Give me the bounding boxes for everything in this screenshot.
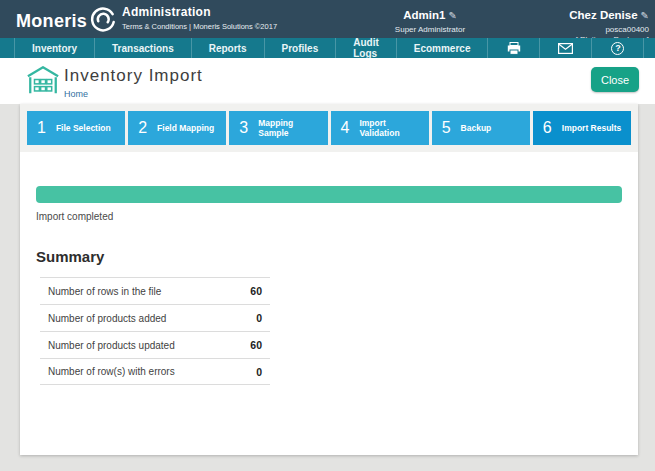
top-bar: Moneris Administration Terms & Condition… bbox=[0, 0, 655, 38]
moneris-swirl-icon bbox=[89, 6, 116, 37]
moneris-logo-text: Moneris bbox=[16, 11, 87, 32]
step-label: Field Mapping bbox=[157, 123, 218, 133]
app-identity: Administration Terms & Conditions | Mone… bbox=[122, 5, 277, 31]
step-label: File Selection bbox=[56, 123, 115, 133]
step-label: Backup bbox=[461, 123, 496, 133]
nav-item-transactions[interactable]: Transactions bbox=[94, 38, 191, 58]
step-number: 4 bbox=[341, 119, 350, 137]
row-value: 60 bbox=[250, 339, 262, 351]
step-label: Import Results bbox=[562, 123, 626, 133]
help-icon[interactable]: ? bbox=[591, 38, 643, 58]
edit-merchant-icon[interactable]: ✎ bbox=[641, 10, 649, 21]
row-value: 60 bbox=[250, 285, 262, 297]
table-row: Number of products updated 60 bbox=[40, 331, 270, 358]
warehouse-icon bbox=[26, 64, 60, 100]
step-tab-file-selection[interactable]: 1 File Selection bbox=[27, 111, 125, 145]
step-tab-mapping-sample[interactable]: 3 Mapping Sample bbox=[229, 111, 327, 145]
app-title: Administration bbox=[122, 5, 277, 19]
step-number: 3 bbox=[239, 119, 248, 137]
nav-item-profiles[interactable]: Profiles bbox=[264, 38, 336, 58]
step-tab-import-validation[interactable]: 4 Import Validation bbox=[331, 111, 429, 145]
import-progress-bar bbox=[36, 186, 622, 203]
edit-user-icon[interactable]: ✎ bbox=[448, 10, 456, 21]
app-subtitle: Terms & Conditions | Moneris Solutions ©… bbox=[122, 22, 277, 31]
page-title: Inventory Import bbox=[64, 66, 203, 86]
nav-icon-group: ? bbox=[487, 38, 655, 58]
row-label: Number of products updated bbox=[48, 340, 175, 351]
table-row: Number of products added 0 bbox=[40, 304, 270, 331]
row-label: Number of row(s) with errors bbox=[48, 366, 175, 377]
merchant-id: posca00400 bbox=[499, 25, 649, 35]
row-value: 0 bbox=[256, 312, 262, 324]
table-row: Number of rows in the file 60 bbox=[40, 277, 270, 304]
summary-heading: Summary bbox=[36, 248, 638, 265]
nav-item-inventory[interactable]: Inventory bbox=[14, 38, 94, 58]
admin-user-name: Admin1 bbox=[403, 9, 445, 21]
breadcrumb-home-link[interactable]: Home bbox=[64, 89, 88, 99]
table-row: Number of row(s) with errors 0 bbox=[40, 358, 270, 385]
step-label: Mapping Sample bbox=[258, 118, 327, 138]
step-tab-field-mapping[interactable]: 2 Field Mapping bbox=[128, 111, 226, 145]
step-number: 2 bbox=[138, 119, 147, 137]
close-button[interactable]: Close bbox=[591, 67, 639, 92]
admin-user-role: Super Administrator bbox=[360, 25, 500, 35]
summary-table: Number of rows in the file 60 Number of … bbox=[40, 277, 270, 385]
step-number: 5 bbox=[442, 119, 451, 137]
progress-fill bbox=[36, 186, 622, 203]
merchant-name: Chez Denise bbox=[569, 9, 637, 21]
row-label: Number of products added bbox=[48, 313, 166, 324]
step-tab-backup[interactable]: 5 Backup bbox=[432, 111, 530, 145]
moneris-logo: Moneris bbox=[16, 6, 116, 37]
nav-item-reports[interactable]: Reports bbox=[191, 38, 264, 58]
row-label: Number of rows in the file bbox=[48, 286, 161, 297]
main-nav: Inventory Transactions Reports Profiles … bbox=[0, 38, 655, 58]
step-tab-import-results[interactable]: 6 Import Results bbox=[533, 111, 631, 145]
content-panel: 1 File Selection 2 Field Mapping 3 Mappi… bbox=[20, 104, 638, 455]
step-label: Import Validation bbox=[359, 118, 428, 138]
wizard-steps: 1 File Selection 2 Field Mapping 3 Mappi… bbox=[20, 104, 638, 152]
nav-item-audit-logs[interactable]: Audit Logs bbox=[335, 38, 396, 58]
keys-icon[interactable] bbox=[643, 38, 655, 58]
inventory-import-screen: Moneris Administration Terms & Condition… bbox=[0, 0, 655, 471]
import-status-text: Import completed bbox=[36, 211, 622, 222]
page-header: Inventory Import Home Close bbox=[0, 58, 655, 104]
nav-item-ecommerce[interactable]: Ecommerce bbox=[396, 38, 488, 58]
mail-icon[interactable] bbox=[539, 38, 591, 58]
step-number: 6 bbox=[543, 119, 552, 137]
row-value: 0 bbox=[256, 366, 262, 378]
step-number: 1 bbox=[37, 119, 46, 137]
printer-icon[interactable] bbox=[487, 38, 539, 58]
